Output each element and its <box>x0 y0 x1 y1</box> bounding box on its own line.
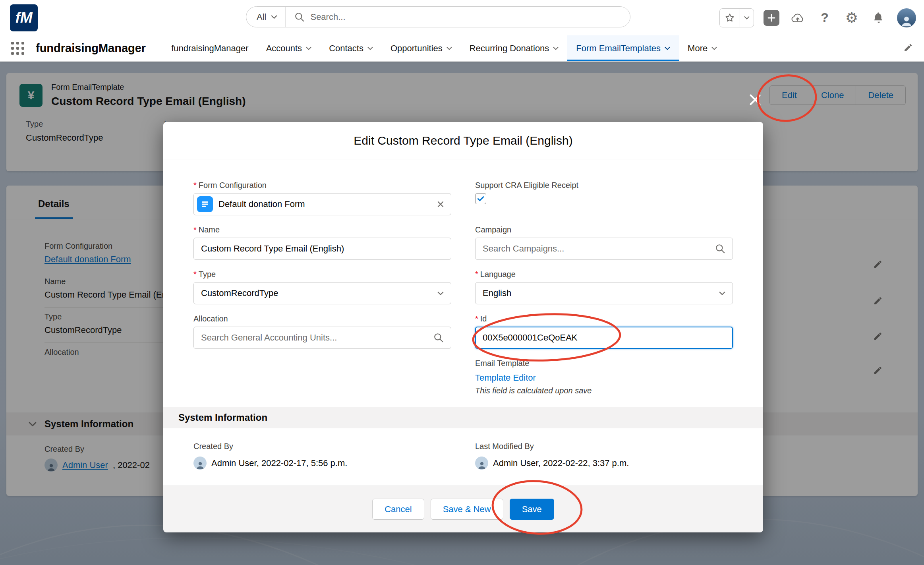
id-field: *Id <box>475 314 733 349</box>
app-launcher-icon[interactable] <box>11 42 25 55</box>
language-selected-value: English <box>483 288 511 298</box>
chevron-down-icon <box>665 46 670 50</box>
favorites-caret-icon[interactable] <box>740 9 754 27</box>
chevron-down-icon <box>306 46 311 50</box>
required-asterisk: * <box>475 314 478 323</box>
language-field: *Language English <box>475 270 733 304</box>
bell-icon[interactable] <box>870 9 887 27</box>
modal-form: *Form Configuration Default donation For… <box>163 159 763 407</box>
nav-tab-label: Opportunities <box>390 43 443 54</box>
search-scope-label: All <box>257 12 266 22</box>
nav-tab-label: Form EmailTemplates <box>576 43 661 54</box>
search-icon <box>433 333 444 343</box>
search-icon <box>715 244 725 254</box>
field-label: Campaign <box>475 225 511 234</box>
field-label: Support CRA Eligible Receipt <box>475 181 578 190</box>
modal-header: Edit Custom Record Type Email (English) <box>163 122 763 159</box>
chevron-down-icon <box>719 291 725 295</box>
field-label: Allocation <box>193 314 228 323</box>
logo-text: fM <box>15 10 32 26</box>
field-label: Email Template <box>475 359 529 368</box>
form-record-icon <box>197 196 213 212</box>
modal-system-information-header: System Information <box>163 407 763 428</box>
user-avatar <box>193 457 207 470</box>
nav-tabs: fundraisingManager Accounts Contacts Opp… <box>162 35 726 61</box>
chevron-down-icon <box>447 46 452 50</box>
cloud-upload-icon[interactable] <box>789 9 806 27</box>
form-configuration-field: *Form Configuration Default donation For… <box>193 181 451 215</box>
nav-tab-recurring-donations[interactable]: Recurring Donations <box>461 35 568 61</box>
allocation-search-input[interactable]: Search General Accounting Units... <box>193 327 451 349</box>
modal-title: Edit Custom Record Type Email (English) <box>354 134 572 147</box>
type-select[interactable]: CustomRecordType <box>193 282 451 304</box>
language-select[interactable]: English <box>475 282 733 304</box>
email-template-field: Email Template Template Editor This fiel… <box>475 359 733 395</box>
user-avatar[interactable] <box>897 8 916 27</box>
global-header: fM All ? ⚙ <box>0 0 924 35</box>
search-input[interactable] <box>309 12 630 23</box>
required-asterisk: * <box>193 181 197 190</box>
cra-checkbox[interactable] <box>475 193 486 204</box>
edit-nav-pencil-icon[interactable] <box>903 43 913 54</box>
id-input[interactable] <box>475 327 733 349</box>
nav-tab-label: More <box>688 43 707 54</box>
required-asterisk: * <box>193 270 197 279</box>
global-search[interactable]: All <box>246 6 630 27</box>
field-label: Id <box>480 314 487 323</box>
app-name: fundraisingManager <box>36 42 146 55</box>
campaign-search-input[interactable]: Search Campaigns... <box>475 238 733 260</box>
chevron-down-icon <box>553 46 559 50</box>
gear-icon[interactable]: ⚙ <box>843 9 860 27</box>
campaign-field: Campaign Search Campaigns... <box>475 225 733 260</box>
campaign-placeholder: Search Campaigns... <box>483 244 564 254</box>
star-icon[interactable] <box>720 9 740 27</box>
created-by-field: Created By Admin User, 2022-02-17, 5:56 … <box>193 442 451 486</box>
field-label: Created By <box>193 442 451 451</box>
plus-icon[interactable] <box>764 10 779 26</box>
nav-tab-form-emailtemplates[interactable]: Form EmailTemplates <box>567 35 679 61</box>
nav-tab-accounts[interactable]: Accounts <box>257 35 321 61</box>
nav-tab-more[interactable]: More <box>679 35 726 61</box>
name-input[interactable] <box>193 238 451 260</box>
nav-tab-opportunities[interactable]: Opportunities <box>382 35 461 61</box>
field-label: Type <box>199 270 216 279</box>
modal-system-information-rows: Created By Admin User, 2022-02-17, 5:56 … <box>163 428 763 486</box>
selected-form-configuration: Default donation Form <box>218 199 431 209</box>
modal-left-column: *Form Configuration Default donation For… <box>193 181 451 407</box>
required-asterisk: * <box>193 225 197 234</box>
header-utility-icons: ? ⚙ <box>719 0 916 35</box>
help-icon[interactable]: ? <box>816 9 833 27</box>
field-label: Language <box>480 270 516 279</box>
name-field: *Name <box>193 225 451 260</box>
form-configuration-lookup[interactable]: Default donation Form <box>193 193 451 215</box>
close-icon[interactable] <box>746 91 764 109</box>
allocation-field: Allocation Search General Accounting Uni… <box>193 314 451 349</box>
created-by-value: Admin User, 2022-02-17, 5:56 p.m. <box>211 458 347 468</box>
nav-tab-home[interactable]: fundraisingManager <box>162 35 257 61</box>
chevron-down-icon <box>437 291 444 295</box>
field-label: Form Configuration <box>199 181 267 190</box>
search-icon <box>294 12 305 22</box>
nav-tab-label: Accounts <box>266 43 302 54</box>
nav-tab-label: Contacts <box>329 43 363 54</box>
save-and-new-button[interactable]: Save & New <box>431 499 503 520</box>
nav-tab-contacts[interactable]: Contacts <box>320 35 382 61</box>
search-scope-selector[interactable]: All <box>246 7 286 27</box>
cancel-button[interactable]: Cancel <box>372 499 424 520</box>
save-button[interactable]: Save <box>510 499 554 520</box>
favorites-control <box>719 8 754 27</box>
last-modified-by-field: Last Modified By Admin User, 2022-02-22,… <box>475 442 733 486</box>
cra-field: Support CRA Eligible Receipt <box>475 181 733 204</box>
caret-down-icon <box>271 15 277 19</box>
field-label: Last Modified By <box>475 442 733 451</box>
app-logo[interactable]: fM <box>10 4 38 31</box>
chevron-down-icon <box>711 46 717 50</box>
field-label: Name <box>199 225 220 234</box>
remove-selection-icon[interactable] <box>437 200 445 208</box>
type-selected-value: CustomRecordType <box>201 288 278 298</box>
edit-record-modal: Edit Custom Record Type Email (English) … <box>163 122 763 532</box>
user-avatar <box>475 457 488 470</box>
nav-tab-label: fundraisingManager <box>171 43 248 54</box>
modal-footer: Cancel Save & New Save <box>163 486 763 532</box>
template-editor-link[interactable]: Template Editor <box>475 373 536 383</box>
